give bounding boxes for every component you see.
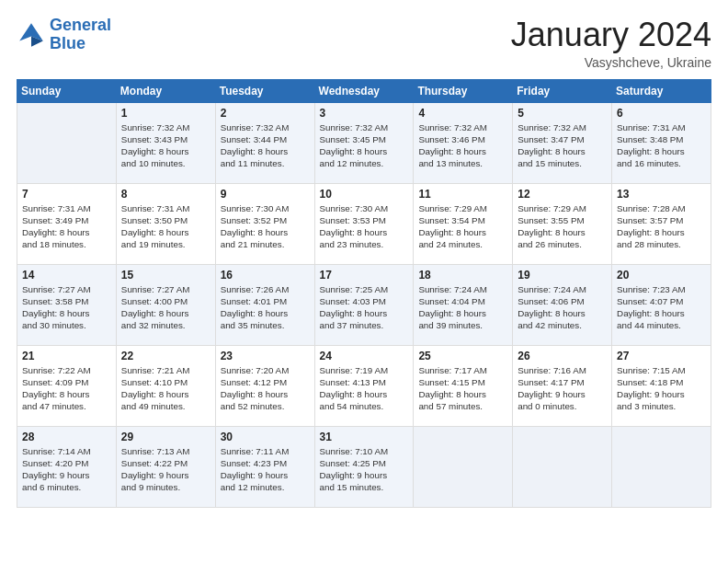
day-number: 3 [320, 107, 409, 120]
day-number: 25 [418, 350, 507, 362]
calendar-day-cell: 7Sunrise: 7:31 AMSunset: 3:49 PMDaylight… [17, 183, 117, 264]
day-info: Sunrise: 7:32 AMSunset: 3:45 PMDaylight:… [320, 121, 409, 170]
day-info: Sunrise: 7:32 AMSunset: 3:46 PMDaylight:… [418, 121, 507, 170]
calendar-day-cell: 5Sunrise: 7:32 AMSunset: 3:47 PMDaylight… [513, 102, 612, 183]
logo: General Blue [17, 17, 111, 53]
calendar-day-cell [513, 426, 612, 507]
calendar-day-header: Saturday [612, 79, 711, 102]
calendar-week-row: 28Sunrise: 7:14 AMSunset: 4:20 PMDayligh… [17, 426, 711, 507]
logo-blue: Blue [50, 35, 111, 53]
day-info: Sunrise: 7:32 AMSunset: 3:47 PMDaylight:… [518, 121, 607, 170]
day-number: 19 [518, 269, 607, 282]
calendar-week-row: 7Sunrise: 7:31 AMSunset: 3:49 PMDaylight… [17, 183, 711, 264]
calendar-day-cell [414, 426, 513, 507]
calendar-day-cell: 27Sunrise: 7:15 AMSunset: 4:18 PMDayligh… [612, 345, 711, 426]
calendar-week-row: 1Sunrise: 7:32 AMSunset: 3:43 PMDaylight… [17, 102, 711, 183]
day-number: 7 [22, 188, 111, 201]
day-info: Sunrise: 7:19 AMSunset: 4:13 PMDaylight:… [320, 364, 409, 413]
calendar-day-cell: 2Sunrise: 7:32 AMSunset: 3:44 PMDaylight… [215, 102, 314, 183]
day-number: 8 [121, 188, 210, 201]
day-info: Sunrise: 7:13 AMSunset: 4:22 PMDaylight:… [121, 445, 210, 494]
calendar-header-row: SundayMondayTuesdayWednesdayThursdayFrid… [17, 79, 711, 102]
logo-text: General Blue [50, 17, 111, 53]
day-number: 24 [320, 350, 409, 362]
calendar-day-cell: 8Sunrise: 7:31 AMSunset: 3:50 PMDaylight… [116, 183, 215, 264]
month-title: January 2024 [511, 17, 711, 53]
day-info: Sunrise: 7:23 AMSunset: 4:07 PMDaylight:… [617, 283, 706, 332]
day-info: Sunrise: 7:14 AMSunset: 4:20 PMDaylight:… [22, 445, 111, 494]
day-number: 20 [617, 269, 706, 282]
calendar: SundayMondayTuesdayWednesdayThursdayFrid… [17, 79, 711, 508]
day-number: 4 [418, 107, 507, 120]
day-number: 17 [320, 269, 409, 282]
calendar-day-cell: 1Sunrise: 7:32 AMSunset: 3:43 PMDaylight… [116, 102, 215, 183]
day-info: Sunrise: 7:27 AMSunset: 4:00 PMDaylight:… [121, 283, 210, 332]
calendar-day-cell [612, 426, 711, 507]
day-info: Sunrise: 7:31 AMSunset: 3:50 PMDaylight:… [121, 202, 210, 251]
day-info: Sunrise: 7:29 AMSunset: 3:55 PMDaylight:… [518, 202, 607, 251]
calendar-day-header: Sunday [17, 79, 117, 102]
calendar-day-cell: 19Sunrise: 7:24 AMSunset: 4:06 PMDayligh… [513, 264, 612, 345]
day-number: 28 [22, 431, 111, 443]
day-info: Sunrise: 7:32 AMSunset: 3:44 PMDaylight:… [221, 121, 310, 170]
day-info: Sunrise: 7:30 AMSunset: 3:53 PMDaylight:… [320, 202, 409, 251]
day-number: 31 [320, 431, 409, 443]
calendar-day-cell: 13Sunrise: 7:28 AMSunset: 3:57 PMDayligh… [612, 183, 711, 264]
day-info: Sunrise: 7:15 AMSunset: 4:18 PMDaylight:… [617, 364, 706, 413]
calendar-day-cell: 30Sunrise: 7:11 AMSunset: 4:23 PMDayligh… [215, 426, 314, 507]
day-info: Sunrise: 7:17 AMSunset: 4:15 PMDaylight:… [418, 364, 507, 413]
calendar-day-cell: 20Sunrise: 7:23 AMSunset: 4:07 PMDayligh… [612, 264, 711, 345]
day-info: Sunrise: 7:24 AMSunset: 4:04 PMDaylight:… [418, 283, 507, 332]
day-number: 11 [418, 188, 507, 201]
header: General Blue January 2024 Vasyshcheve, U… [17, 17, 711, 70]
calendar-day-header: Friday [513, 79, 612, 102]
calendar-day-header: Thursday [414, 79, 513, 102]
day-info: Sunrise: 7:31 AMSunset: 3:48 PMDaylight:… [617, 121, 706, 170]
day-info: Sunrise: 7:30 AMSunset: 3:52 PMDaylight:… [221, 202, 310, 251]
page: General Blue January 2024 Vasyshcheve, U… [0, 0, 728, 563]
day-number: 22 [121, 350, 210, 362]
day-info: Sunrise: 7:29 AMSunset: 3:54 PMDaylight:… [418, 202, 507, 251]
day-number: 12 [518, 188, 607, 201]
calendar-day-cell: 10Sunrise: 7:30 AMSunset: 3:53 PMDayligh… [314, 183, 414, 264]
calendar-day-cell: 31Sunrise: 7:10 AMSunset: 4:25 PMDayligh… [314, 426, 414, 507]
day-info: Sunrise: 7:25 AMSunset: 4:03 PMDaylight:… [320, 283, 409, 332]
day-number: 30 [221, 431, 310, 443]
day-number: 23 [221, 350, 310, 362]
calendar-day-cell: 9Sunrise: 7:30 AMSunset: 3:52 PMDaylight… [215, 183, 314, 264]
title-block: January 2024 Vasyshcheve, Ukraine [511, 17, 711, 70]
day-number: 15 [121, 269, 210, 282]
day-number: 1 [121, 107, 210, 120]
day-number: 21 [22, 350, 111, 362]
day-number: 16 [221, 269, 310, 282]
calendar-day-cell [17, 102, 117, 183]
calendar-day-cell: 25Sunrise: 7:17 AMSunset: 4:15 PMDayligh… [414, 345, 513, 426]
calendar-day-cell: 12Sunrise: 7:29 AMSunset: 3:55 PMDayligh… [513, 183, 612, 264]
calendar-day-cell: 17Sunrise: 7:25 AMSunset: 4:03 PMDayligh… [314, 264, 414, 345]
calendar-day-cell: 4Sunrise: 7:32 AMSunset: 3:46 PMDaylight… [414, 102, 513, 183]
calendar-day-cell: 29Sunrise: 7:13 AMSunset: 4:22 PMDayligh… [116, 426, 215, 507]
calendar-day-header: Wednesday [314, 79, 414, 102]
day-info: Sunrise: 7:31 AMSunset: 3:49 PMDaylight:… [22, 202, 111, 251]
calendar-day-cell: 11Sunrise: 7:29 AMSunset: 3:54 PMDayligh… [414, 183, 513, 264]
day-number: 27 [617, 350, 706, 362]
calendar-day-cell: 26Sunrise: 7:16 AMSunset: 4:17 PMDayligh… [513, 345, 612, 426]
logo-icon [17, 20, 46, 50]
day-info: Sunrise: 7:28 AMSunset: 3:57 PMDaylight:… [617, 202, 706, 251]
day-info: Sunrise: 7:24 AMSunset: 4:06 PMDaylight:… [518, 283, 607, 332]
day-number: 13 [617, 188, 706, 201]
day-info: Sunrise: 7:26 AMSunset: 4:01 PMDaylight:… [221, 283, 310, 332]
day-info: Sunrise: 7:22 AMSunset: 4:09 PMDaylight:… [22, 364, 111, 413]
day-number: 14 [22, 269, 111, 282]
calendar-day-cell: 28Sunrise: 7:14 AMSunset: 4:20 PMDayligh… [17, 426, 117, 507]
calendar-day-cell: 14Sunrise: 7:27 AMSunset: 3:58 PMDayligh… [17, 264, 117, 345]
day-number: 10 [320, 188, 409, 201]
day-number: 9 [221, 188, 310, 201]
day-info: Sunrise: 7:16 AMSunset: 4:17 PMDaylight:… [518, 364, 607, 413]
calendar-week-row: 14Sunrise: 7:27 AMSunset: 3:58 PMDayligh… [17, 264, 711, 345]
day-info: Sunrise: 7:27 AMSunset: 3:58 PMDaylight:… [22, 283, 111, 332]
day-number: 2 [221, 107, 310, 120]
logo-general: General [50, 16, 111, 34]
calendar-day-cell: 21Sunrise: 7:22 AMSunset: 4:09 PMDayligh… [17, 345, 117, 426]
calendar-week-row: 21Sunrise: 7:22 AMSunset: 4:09 PMDayligh… [17, 345, 711, 426]
